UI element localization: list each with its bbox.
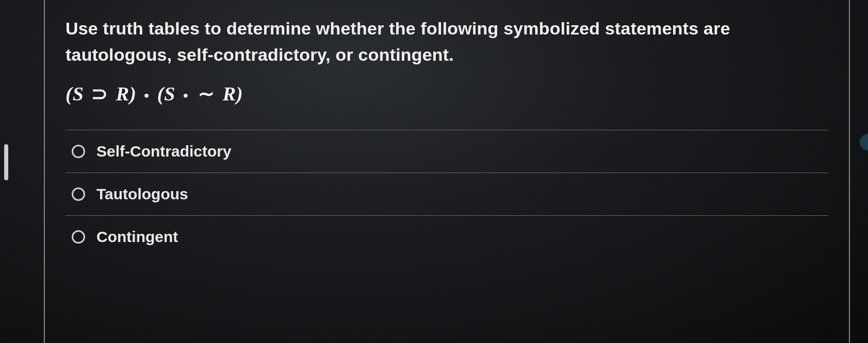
radio-icon bbox=[72, 187, 85, 201]
question-formula: (S ⊃ R) • (S • ∼ R) bbox=[65, 82, 828, 105]
question-card: Use truth tables to determine whether th… bbox=[44, 0, 850, 343]
radio-icon bbox=[72, 145, 85, 158]
option-label: Tautologous bbox=[96, 185, 188, 203]
radio-icon bbox=[72, 230, 85, 244]
left-edge-indicator bbox=[4, 144, 8, 180]
question-instruction: Use truth tables to determine whether th… bbox=[65, 15, 828, 68]
option-label: Contingent bbox=[96, 228, 178, 246]
option-contingent[interactable]: Contingent bbox=[65, 216, 828, 258]
option-label: Self-Contradictory bbox=[96, 143, 232, 160]
options-list: Self-Contradictory Tautologous Contingen… bbox=[65, 130, 828, 258]
right-edge-indicator bbox=[860, 134, 868, 150]
option-self-contradictory[interactable]: Self-Contradictory bbox=[65, 130, 828, 173]
option-tautologous[interactable]: Tautologous bbox=[65, 173, 828, 216]
